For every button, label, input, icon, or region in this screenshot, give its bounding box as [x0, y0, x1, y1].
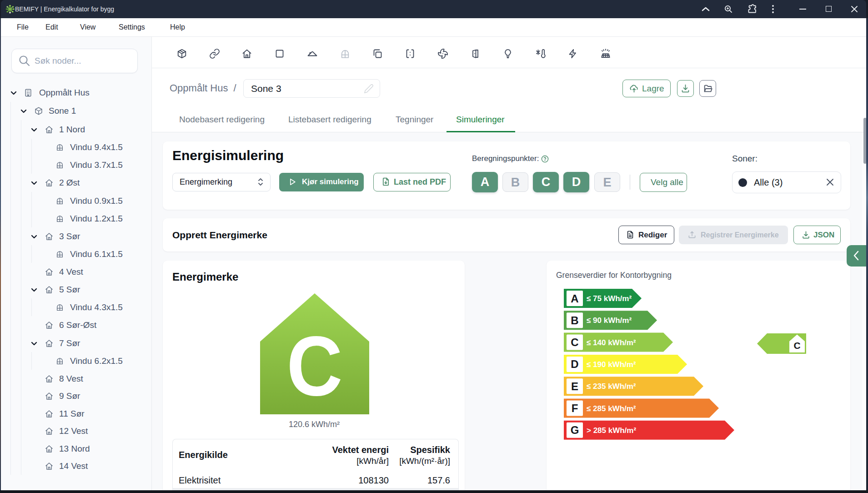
- svg-text:C: C: [287, 319, 343, 413]
- svg-text:≤ 190 kWh/m²: ≤ 190 kWh/m²: [587, 360, 636, 369]
- svg-text:G: G: [571, 424, 579, 436]
- svg-text:F: F: [572, 402, 578, 414]
- svg-text:≤ 75 kWh/m²: ≤ 75 kWh/m²: [587, 294, 632, 303]
- svg-text:> 285 kWh/m²: > 285 kWh/m²: [587, 426, 636, 435]
- svg-text:≤ 285 kWh/m²: ≤ 285 kWh/m²: [587, 404, 636, 413]
- svg-text:B: B: [571, 314, 578, 327]
- svg-text:D: D: [571, 358, 578, 370]
- svg-text:≤ 90 kWh/m²: ≤ 90 kWh/m²: [587, 316, 632, 325]
- svg-text:A: A: [571, 292, 578, 305]
- svg-text:≤ 140 kWh/m²: ≤ 140 kWh/m²: [587, 338, 636, 347]
- svg-text:≤ 235 kWh/m²: ≤ 235 kWh/m²: [587, 382, 636, 391]
- svg-text:C: C: [571, 336, 578, 348]
- svg-text:C: C: [793, 340, 800, 351]
- svg-text:E: E: [571, 380, 578, 392]
